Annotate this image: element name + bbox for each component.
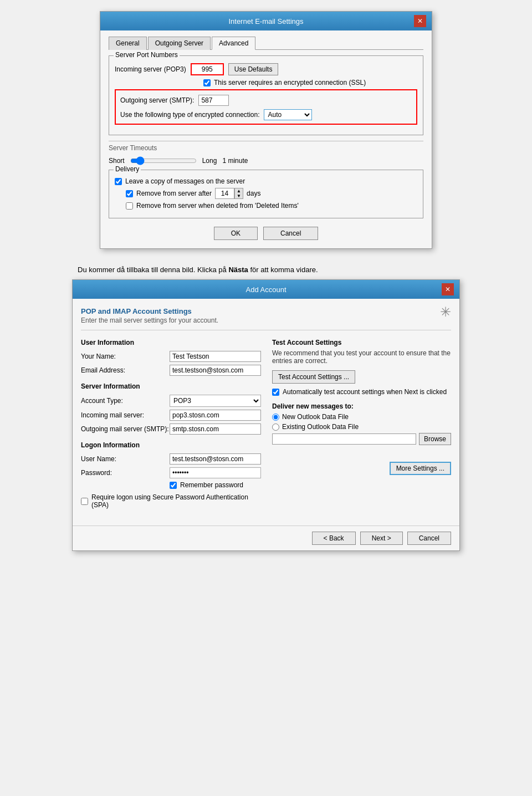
email-settings-dialog: Internet E-mail Settings ✕ General Outgo… bbox=[100, 11, 432, 249]
remember-password-label: Remember password bbox=[180, 481, 243, 489]
remove-after-label: Remove from server after bbox=[136, 190, 212, 197]
test-account-title: Test Account Settings bbox=[272, 339, 451, 346]
back-button[interactable]: < Back bbox=[312, 532, 356, 545]
add-account-body: User Information Your Name: Test Testson… bbox=[81, 339, 451, 512]
server-info-heading: Server Information bbox=[81, 382, 261, 390]
account-type-row: Account Type: POP3 IMAP bbox=[81, 395, 261, 407]
test-account-settings-button[interactable]: Test Account Settings ... bbox=[272, 370, 355, 384]
existing-outlook-row: Existing Outlook Data File bbox=[272, 423, 451, 431]
remove-deleted-label: Remove from server when deleted from 'De… bbox=[136, 202, 299, 210]
tab-advanced[interactable]: Advanced bbox=[212, 37, 255, 50]
outgoing-mail-row: Outgoing mail server (SMTP): smtp.stosn.… bbox=[81, 423, 261, 435]
days-input[interactable]: 14 bbox=[215, 188, 234, 199]
incoming-port-input[interactable]: 995 bbox=[191, 63, 224, 75]
incoming-server-label: Incoming server (POP3) bbox=[115, 65, 186, 73]
dialog1-close-button[interactable]: ✕ bbox=[414, 15, 426, 27]
cancel-button[interactable]: Cancel bbox=[263, 227, 318, 240]
deliver-file-row: Browse bbox=[272, 433, 451, 445]
star-icon: ✳ bbox=[440, 304, 451, 320]
ok-button[interactable]: OK bbox=[214, 227, 258, 240]
deliver-label: Deliver new messages to: bbox=[272, 402, 451, 410]
outgoing-mail-label: Outgoing mail server (SMTP): bbox=[81, 425, 170, 433]
password-row: Password: bbox=[81, 467, 261, 478]
dialog1-titlebar: Internet E-mail Settings ✕ bbox=[100, 12, 432, 30]
more-settings-button[interactable]: More Settings ... bbox=[390, 462, 451, 475]
incoming-mail-input[interactable]: pop3.stosn.com bbox=[170, 410, 261, 421]
account-type-select[interactable]: POP3 IMAP bbox=[170, 395, 261, 407]
dialog1-tabs: General Outgoing Server Advanced bbox=[109, 36, 423, 50]
delivery-group: Delivery Leave a copy of messages on the… bbox=[109, 170, 423, 218]
your-name-label: Your Name: bbox=[81, 353, 170, 360]
ssl-label: This server requires an encrypted connec… bbox=[214, 79, 366, 86]
encryption-row: Use the following type of encrypted conn… bbox=[120, 109, 412, 120]
add-account-left: User Information Your Name: Test Testson… bbox=[81, 339, 261, 512]
email-address-label: Email Address: bbox=[81, 366, 170, 374]
email-address-input[interactable]: test.testson@stosn.com bbox=[170, 365, 261, 376]
spa-row: Require logon using Secure Password Auth… bbox=[81, 493, 261, 509]
dialog1-title: Internet E-mail Settings bbox=[118, 17, 414, 25]
spa-checkbox[interactable] bbox=[81, 498, 88, 505]
dialog1-buttons: OK Cancel bbox=[109, 227, 423, 240]
server-port-numbers-label: Server Port Numbers bbox=[114, 51, 180, 59]
remove-after-checkbox[interactable] bbox=[126, 190, 133, 197]
auto-test-label: Automatically test account settings when… bbox=[283, 388, 447, 396]
days-up-arrow[interactable]: ▲ bbox=[235, 188, 243, 193]
outgoing-mail-input[interactable]: smtp.stosn.com bbox=[170, 423, 261, 435]
next-button[interactable]: Next > bbox=[360, 532, 403, 545]
test-account-desc: We recommend that you test your account … bbox=[272, 349, 451, 365]
new-outlook-radio[interactable] bbox=[272, 414, 279, 421]
days-spinner: 14 ▲ ▼ bbox=[215, 188, 243, 199]
tab-outgoing-server[interactable]: Outgoing Server bbox=[148, 37, 211, 50]
username-row: User Name: test.testson@stosn.com bbox=[81, 453, 261, 465]
remember-password-row: Remember password bbox=[170, 481, 261, 489]
dialog2-title: Add Account bbox=[90, 285, 442, 294]
user-info-heading: User Information bbox=[81, 339, 261, 346]
leave-copy-checkbox[interactable] bbox=[115, 178, 122, 185]
encryption-select[interactable]: Auto None SSL/TLS STARTTLS bbox=[264, 109, 312, 120]
remove-deleted-checkbox[interactable] bbox=[126, 202, 133, 210]
password-input[interactable] bbox=[170, 467, 261, 478]
add-account-header-title: POP and IMAP Account Settings bbox=[81, 307, 218, 315]
days-label: days bbox=[247, 190, 260, 197]
outgoing-port-input[interactable]: 587 bbox=[198, 95, 229, 106]
add-account-header: POP and IMAP Account Settings Enter the … bbox=[81, 307, 451, 330]
remove-after-row: Remove from server after 14 ▲ ▼ days bbox=[126, 188, 417, 199]
your-name-row: Your Name: Test Testson bbox=[81, 351, 261, 362]
logon-info-heading: Logon Information bbox=[81, 441, 261, 449]
incoming-server-row: Incoming server (POP3) 995 Use Defaults bbox=[115, 63, 417, 75]
email-address-row: Email Address: test.testson@stosn.com bbox=[81, 365, 261, 376]
leave-copy-label: Leave a copy of messages on the server bbox=[125, 177, 245, 185]
instruction-bold: Nästa bbox=[228, 266, 248, 274]
use-defaults-button[interactable]: Use Defaults bbox=[228, 63, 279, 75]
days-down-arrow[interactable]: ▼ bbox=[235, 193, 243, 198]
instruction-after: för att komma vidare. bbox=[248, 266, 318, 274]
existing-outlook-radio[interactable] bbox=[272, 423, 279, 431]
ssl-checkbox[interactable] bbox=[203, 79, 211, 86]
timeout-slider[interactable] bbox=[130, 156, 197, 165]
incoming-mail-row: Incoming mail server: pop3.stosn.com bbox=[81, 410, 261, 421]
add-account-footer: < Back Next > Cancel bbox=[73, 525, 459, 550]
auto-test-checkbox[interactable] bbox=[272, 389, 279, 396]
tab-general[interactable]: General bbox=[109, 37, 147, 50]
remember-password-checkbox[interactable] bbox=[170, 482, 177, 489]
cancel-button-2[interactable]: Cancel bbox=[407, 532, 451, 545]
deliver-file-input[interactable] bbox=[272, 433, 416, 445]
incoming-mail-label: Incoming mail server: bbox=[81, 411, 170, 419]
timeout-value: 1 minute bbox=[222, 157, 248, 165]
dialog1-content: General Outgoing Server Advanced Server … bbox=[100, 30, 432, 248]
your-name-input[interactable]: Test Testson bbox=[170, 351, 261, 362]
username-label: User Name: bbox=[81, 455, 170, 463]
outgoing-server-box: Outgoing server (SMTP): 587 Use the foll… bbox=[115, 89, 417, 125]
browse-button[interactable]: Browse bbox=[419, 433, 451, 445]
new-outlook-row: New Outlook Data File bbox=[272, 413, 451, 421]
password-label: Password: bbox=[81, 469, 170, 477]
server-port-numbers-group: Server Port Numbers Incoming server (POP… bbox=[109, 55, 423, 135]
add-account-header-text: POP and IMAP Account Settings Enter the … bbox=[81, 307, 218, 324]
add-account-header-subtitle: Enter the mail server settings for your … bbox=[81, 317, 218, 324]
deliver-section: Deliver new messages to: New Outlook Dat… bbox=[272, 402, 451, 445]
outgoing-server-label: Outgoing server (SMTP): bbox=[120, 96, 194, 104]
existing-outlook-label: Existing Outlook Data File bbox=[282, 423, 359, 431]
ssl-checkbox-row: This server requires an encrypted connec… bbox=[203, 79, 417, 86]
username-input[interactable]: test.testson@stosn.com bbox=[170, 453, 261, 465]
dialog2-close-button[interactable]: ✕ bbox=[442, 283, 454, 295]
